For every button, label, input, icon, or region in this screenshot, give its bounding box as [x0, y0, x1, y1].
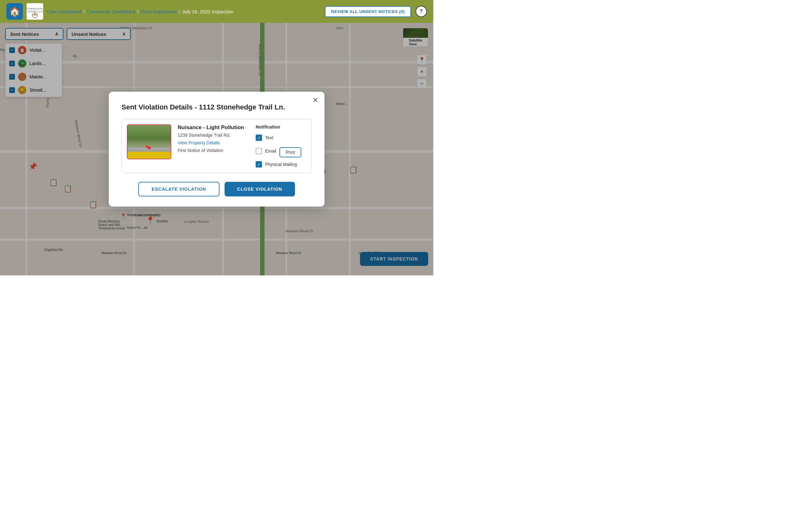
physical-notification-label: Physical Mailing [265, 162, 297, 167]
breadcrumb: User Dashboard / Community Dashboard / D… [47, 9, 233, 14]
breadcrumb-community-dashboard[interactable]: Community Dashboard [87, 9, 135, 14]
escalate-violation-button[interactable]: ESCALATE VIOLATION [138, 182, 219, 196]
map-container: Rolling Meadows Cir Rolling Meadows Cir … [0, 23, 433, 275]
modal-overlay: ✕ Sent Violation Details - 1112 Stonehed… [0, 23, 433, 275]
breadcrumb-sep-3: / [179, 9, 180, 14]
app-header: 🏠 NORTHERN ESTATES COUNTRY CLUB User Das… [0, 0, 433, 23]
review-unsent-notices-button[interactable]: REVIEW ALL UNSENT NOTICES (0) [325, 6, 411, 17]
text-notification-label: Text [265, 135, 273, 140]
violation-address: 1239 Stonehedge Trail Rd. [178, 133, 249, 138]
home-icon: 🏠 [9, 6, 20, 17]
breadcrumb-sep-2: / [137, 9, 139, 14]
modal-close-button[interactable]: ✕ [313, 97, 318, 104]
email-notification-label: Email [265, 148, 276, 154]
violation-notice-type: First Notice of Violation [178, 148, 249, 153]
breadcrumb-user-dashboard[interactable]: User Dashboard [47, 9, 82, 14]
svg-text:COUNTRY CLUB: COUNTRY CLUB [27, 11, 43, 13]
physical-notification-checkbox[interactable] [256, 161, 262, 168]
header-right: REVIEW ALL UNSENT NOTICES (0) ? [325, 6, 427, 17]
email-notification-checkbox[interactable] [256, 148, 262, 154]
violation-photo: ➡ [127, 124, 171, 159]
violation-name: Nuisance - Light Pollution [178, 124, 249, 131]
notification-physical-row: Physical Mailing [256, 161, 306, 168]
notification-email-row: Email Print [256, 145, 306, 157]
text-notification-checkbox[interactable] [256, 134, 262, 141]
violation-info: Nuisance - Light Pollution 1239 Stonehed… [178, 124, 249, 168]
modal-actions: ESCALATE VIOLATION CLOSE VIOLATION [121, 182, 312, 196]
breadcrumb-current-page: July 16, 2022 Inspection [182, 9, 233, 14]
violation-details-modal: ✕ Sent Violation Details - 1112 Stonehed… [109, 92, 324, 206]
help-button[interactable]: ? [416, 6, 427, 17]
header-left: 🏠 NORTHERN ESTATES COUNTRY CLUB User Das… [6, 3, 233, 20]
app-logo-box: 🏠 [6, 3, 23, 20]
photo-inner: ➡ [128, 125, 171, 159]
print-button[interactable]: Print [279, 147, 301, 157]
close-violation-button[interactable]: CLOSE VIOLATION [224, 182, 295, 196]
breadcrumb-sep-1: / [84, 9, 85, 14]
modal-title: Sent Violation Details - 1112 Stonehedge… [121, 103, 312, 111]
violation-card: ➡ Nuisance - Light Pollution 1239 Stoneh… [121, 119, 312, 173]
breadcrumb-drive-inspections[interactable]: Drive Inspections [141, 9, 177, 14]
notification-title: Notification [256, 124, 306, 129]
violation-notification: Notification Text Email Print Physical M… [256, 124, 306, 168]
view-property-details-link[interactable]: View Property Details [178, 140, 249, 145]
notification-text-row: Text [256, 134, 306, 141]
svg-text:NORTHERN ESTATES: NORTHERN ESTATES [27, 8, 43, 10]
community-logo: NORTHERN ESTATES COUNTRY CLUB [27, 3, 43, 20]
